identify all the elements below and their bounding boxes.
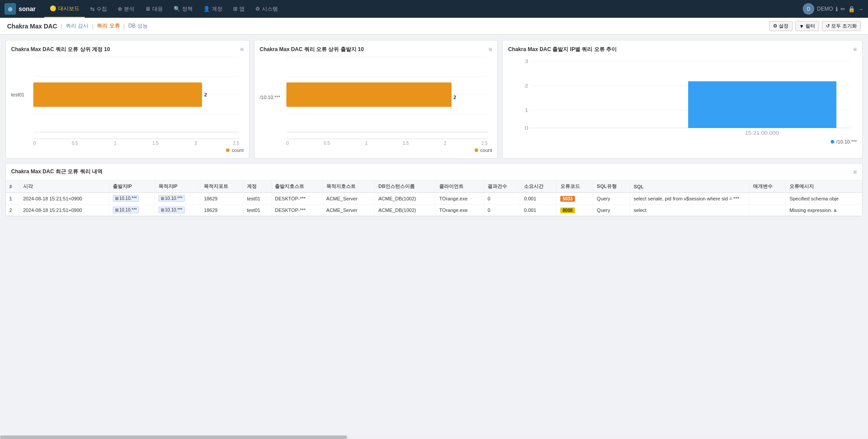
chart1-bar-label: test01 xyxy=(11,92,24,97)
breadcrumb-query-error[interactable]: 쿼리 오류 xyxy=(97,22,119,30)
chart3-title: Chakra Max DAC 출발지 IP별 쿼리 오류 추이 xyxy=(508,46,617,53)
chart-card-1: Chakra Max DAC 쿼리 오류 상위 계정 10 ≡ 2 xyxy=(5,40,250,159)
signout-icon[interactable]: → xyxy=(858,6,864,12)
svg-text:0: 0 xyxy=(525,125,528,131)
nav-item-collect[interactable]: ⇆ 수집 xyxy=(85,0,112,18)
chart3-legend-label: /10.10.*** xyxy=(836,139,857,144)
app-icon: ⊞ xyxy=(233,6,238,12)
svg-text:1: 1 xyxy=(525,108,528,113)
col-error-msg: 오류메시지 xyxy=(786,180,862,193)
nav-item-policy[interactable]: 🔍 정책 xyxy=(168,0,198,18)
col-time: 시각 xyxy=(19,180,109,193)
col-result-count: 결과건수 xyxy=(484,180,520,193)
settings-button[interactable]: ⚙ 설정 xyxy=(769,21,793,31)
table-row[interactable]: 2 2024-08-18 15:21:51+0900 ⊞10.10.*** ⊞1… xyxy=(6,204,862,216)
breadcrumb-query-audit[interactable]: 쿼리 감사 xyxy=(66,22,88,30)
col-error-code: 오류코드 xyxy=(557,180,593,193)
breadcrumb-db-perf[interactable]: DB 성능 xyxy=(128,22,148,30)
table-card: Chakra Max DAC 최근 오류 쿼리 내역 ≡ # 시각 출발지IP … xyxy=(5,163,863,216)
chart2-header: Chakra Max DAC 쿼리 오류 상위 출발지 10 ≡ xyxy=(260,46,492,53)
table-menu-icon[interactable]: ≡ xyxy=(853,168,857,176)
col-sql: SQL xyxy=(630,180,749,193)
chart1-bar xyxy=(33,83,202,107)
col-account: 계정 xyxy=(243,180,271,193)
nav-item-dashboard[interactable]: 🟡 대시보드 xyxy=(44,0,85,18)
nav-item-response[interactable]: 🖥 대응 xyxy=(140,0,168,18)
col-elapsed: 소요시간 xyxy=(520,180,557,193)
bottom-scrollbar[interactable] xyxy=(0,435,868,439)
col-dst-host: 목적지호스트 xyxy=(322,180,374,193)
chart1-legend: count xyxy=(11,148,244,153)
data-table: # 시각 출발지IP 목적지IP 목적지포트 계정 출발지호스트 목적지호스트 … xyxy=(6,180,862,216)
chart2-title: Chakra Max DAC 쿼리 오류 상위 출발지 10 xyxy=(260,46,364,53)
chart2-bar-label: /10.10.*** xyxy=(260,95,285,100)
refresh-button[interactable]: ↺ 모두 조기화 xyxy=(822,21,861,31)
gear-icon: ⚙ xyxy=(773,23,777,29)
chart2-menu-icon[interactable]: ≡ xyxy=(488,46,492,53)
scroll-thumb[interactable] xyxy=(0,435,347,439)
system-icon: ⚙ xyxy=(255,6,260,12)
subheader-left: Chakra Max DAC | 쿼리 감사 | 쿼리 오류 | DB 성능 xyxy=(7,22,148,30)
chart1-header: Chakra Max DAC 쿼리 오류 상위 계정 10 ≡ xyxy=(11,46,244,53)
chart2-legend-dot xyxy=(475,148,478,152)
table-scroll[interactable]: # 시각 출발지IP 목적지IP 목적지포트 계정 출발지호스트 목적지호스트 … xyxy=(6,180,862,216)
account-icon: 👤 xyxy=(203,6,210,12)
col-client: 클라이언트 xyxy=(436,180,484,193)
chart3-legend: /10.10.*** xyxy=(508,139,857,144)
svg-text:15:21:00.000: 15:21:00.000 xyxy=(745,131,779,136)
response-icon: 🖥 xyxy=(145,6,151,12)
chart2-xaxis: 00.511.522.5 xyxy=(286,139,488,146)
top-nav: ◎ sonar 🟡 대시보드 ⇆ 수집 ⊕ 분석 🖥 대응 🔍 정책 👤 계정 … xyxy=(0,0,868,18)
info-icon[interactable]: ℹ xyxy=(836,6,838,12)
demo-label: DEMO xyxy=(817,6,833,12)
col-src-host: 출발지호스트 xyxy=(271,180,322,193)
chart3-svg: 3 2 1 0 15:21:00.000 xyxy=(508,57,857,137)
nav-item-system[interactable]: ⚙ 시스템 xyxy=(250,0,283,18)
page-title: Chakra Max DAC xyxy=(7,23,57,30)
nav-right: D DEMO ℹ ✏ 🔒 → xyxy=(803,3,864,15)
nav-item-account[interactable]: 👤 계정 xyxy=(198,0,228,18)
chart1-legend-dot xyxy=(226,148,230,152)
table-row[interactable]: 1 2024-08-18 15:21:51+0900 ⊞10.10.*** ⊞1… xyxy=(6,193,862,204)
refresh-icon: ↺ xyxy=(826,23,830,29)
breadcrumb-separator: | xyxy=(61,23,62,29)
chart1-legend-label: count xyxy=(232,148,244,153)
nav-item-analysis[interactable]: ⊕ 분석 xyxy=(112,0,140,18)
main-content: Chakra Max DAC 쿼리 오류 상위 계정 10 ≡ 2 xyxy=(0,35,868,435)
logo-text: sonar xyxy=(19,5,36,12)
chart3-legend-dot xyxy=(831,140,834,144)
nav-item-app[interactable]: ⊞ 앱 xyxy=(228,0,250,18)
chart3-header: Chakra Max DAC 출발지 IP별 쿼리 오류 추이 ≡ xyxy=(508,46,857,53)
col-dst-port: 목적지포트 xyxy=(200,180,243,193)
chart2-area: 2 /10.10.*** 00.511.522.5 xyxy=(260,57,492,146)
chart1-title: Chakra Max DAC 쿼리 오류 상위 계정 10 xyxy=(11,46,110,53)
avatar: D xyxy=(803,3,814,15)
chart3-menu-icon[interactable]: ≡ xyxy=(853,46,857,53)
edit-icon[interactable]: ✏ xyxy=(840,6,845,12)
charts-row: Chakra Max DAC 쿼리 오류 상위 계정 10 ≡ 2 xyxy=(5,40,863,159)
policy-icon: 🔍 xyxy=(174,6,180,12)
col-sql-type: SQL유형 xyxy=(593,180,630,193)
col-dst-ip: 목적지IP xyxy=(155,180,200,193)
lock-icon[interactable]: 🔒 xyxy=(848,6,855,12)
chart2-legend: count xyxy=(260,148,492,153)
filter-icon: ▼ xyxy=(799,24,804,29)
col-num: # xyxy=(6,180,19,193)
logo-icon: ◎ xyxy=(4,3,16,15)
filter-button[interactable]: ▼ 필터 xyxy=(795,21,819,31)
chart1-menu-icon[interactable]: ≡ xyxy=(240,46,244,53)
svg-rect-8 xyxy=(688,81,836,128)
chart1-bar-value: 2 xyxy=(204,92,207,97)
chart1-xaxis: 00.511.522.5 xyxy=(33,139,239,146)
col-src-ip: 출발지IP xyxy=(109,180,155,193)
logo[interactable]: ◎ sonar xyxy=(4,3,36,15)
chart1-area: 2 test01 00.511.522.5 xyxy=(11,57,244,146)
subheader: Chakra Max DAC | 쿼리 감사 | 쿼리 오류 | DB 성능 ⚙… xyxy=(0,18,868,35)
chart2-bar-value: 2 xyxy=(453,95,456,100)
subheader-actions: ⚙ 설정 ▼ 필터 ↺ 모두 조기화 xyxy=(769,21,861,31)
analysis-icon: ⊕ xyxy=(118,6,122,12)
table-header: Chakra Max DAC 최근 오류 쿼리 내역 ≡ xyxy=(6,164,862,180)
chart3-area: 3 2 1 0 15:21:00.000 /10.10.*** xyxy=(508,57,857,146)
chart-card-3: Chakra Max DAC 출발지 IP별 쿼리 오류 추이 ≡ 3 2 1 … xyxy=(502,40,863,159)
chart2-bar xyxy=(286,83,452,107)
